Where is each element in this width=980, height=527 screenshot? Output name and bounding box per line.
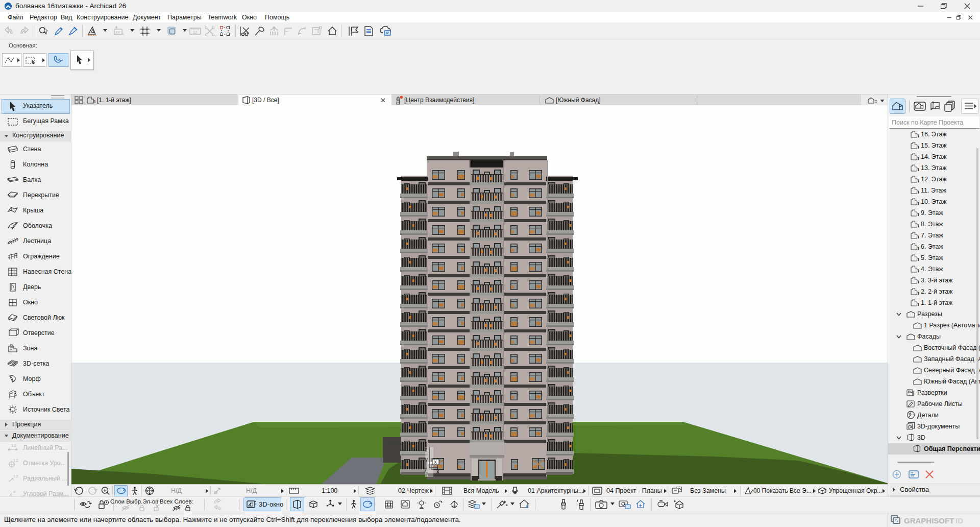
svg-text:y: y xyxy=(424,466,427,472)
svg-text:x: x xyxy=(436,469,439,474)
svg-text:X: X xyxy=(434,460,437,465)
svg-text:12: 12 xyxy=(193,30,197,35)
svg-text:y: y xyxy=(425,457,428,462)
svg-text:α: α xyxy=(13,489,16,494)
svg-text:z: z xyxy=(425,447,427,452)
svg-text:1.2: 1.2 xyxy=(13,459,18,462)
svg-text:1.2: 1.2 xyxy=(11,444,16,447)
svg-text:XY: XY xyxy=(115,31,120,34)
svg-text:1.2: 1.2 xyxy=(13,474,18,478)
